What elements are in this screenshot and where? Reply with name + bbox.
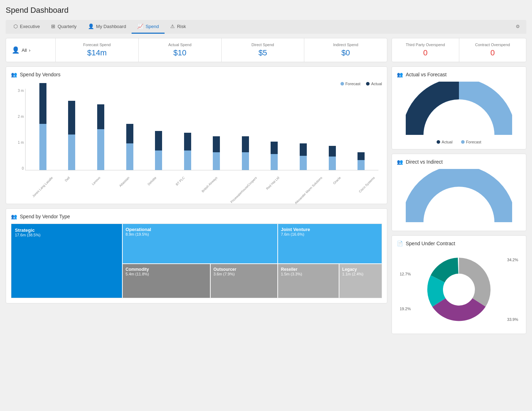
- forecast-spend-label: Forecast Spend: [61, 43, 133, 47]
- bar-chart-legend: Forecast Actual: [25, 82, 382, 86]
- vendor-type-icon: 👥: [11, 214, 17, 219]
- direct-indirect-icon: 👥: [397, 159, 403, 165]
- pie-label-127: 12.7%: [400, 272, 411, 276]
- bar-group-2: [86, 89, 115, 170]
- forecast-spend-value: $14m: [61, 48, 133, 57]
- all-filter[interactable]: 👤 All ›: [6, 38, 56, 62]
- indirect-spend-label: Indirect Spend: [310, 43, 381, 47]
- pie-label-339: 33.9%: [507, 317, 518, 322]
- commodity-value: 5.4m (11.8%): [126, 272, 207, 276]
- treemap-commodity[interactable]: Commodity 5.4m (11.8%): [123, 264, 211, 298]
- bar-group-1: [57, 89, 87, 170]
- legacy-value: 1.1m (2.4%): [342, 272, 379, 276]
- bar-actual-10: [329, 146, 336, 157]
- indirect-spend-value: $0: [310, 48, 381, 57]
- direct-vs-indirect-title: 👥 Direct vs Indirect: [397, 159, 521, 165]
- legacy-name: Legacy: [342, 267, 379, 272]
- bar-group-4: [144, 89, 173, 170]
- bar-group-5: [173, 89, 202, 170]
- direct-vs-indirect-svg: [406, 169, 512, 226]
- direct-vs-indirect-card: 👥 Direct vs Indirect: [392, 154, 526, 231]
- forecast-spend-item: Forecast Spend $14m: [56, 38, 139, 62]
- gear-icon: ⚙: [516, 24, 520, 29]
- y-label-1m: 1 m: [11, 141, 24, 144]
- treemap-strategic[interactable]: Strategic 17.6m (38.5%): [11, 224, 123, 298]
- direct-spend-value: $5: [227, 48, 299, 57]
- tab-risk[interactable]: ⚠ Risk: [165, 20, 192, 34]
- bar-chart-x-labels: Jones Lang LasalleDellLenovoAtlassianDel…: [25, 171, 378, 199]
- third-party-overspend-label: Third Party Overspend: [398, 43, 453, 47]
- bar-actual-8: [271, 142, 278, 154]
- actual-vs-forecast-chart: Actual Forecast: [397, 82, 521, 144]
- operational-name: Operational: [126, 227, 275, 232]
- operational-value: 8.9m (19.5%): [126, 232, 275, 236]
- indirect-spend-item: Indirect Spend $0: [304, 38, 387, 62]
- treemap-middle: Operational 8.9m (19.5%) Commodity 5.4m …: [123, 224, 278, 298]
- reseller-name: Reseller: [281, 267, 336, 272]
- legend-forecast-avf: Forecast: [461, 140, 481, 144]
- bar-group-7: [231, 89, 260, 170]
- tab-spend[interactable]: 📈 Spend: [132, 20, 165, 34]
- chevron-right-icon: ›: [29, 48, 30, 53]
- page-title: Spend Dashboard: [6, 6, 526, 15]
- quarterly-icon: ⊞: [51, 23, 55, 29]
- pie-label-342: 34.2%: [507, 258, 518, 262]
- tab-my-dashboard[interactable]: 👤 My Dashboard: [82, 20, 132, 34]
- bar-label-11: Cisco Systems: [358, 176, 391, 209]
- bar-group-11: [347, 89, 376, 170]
- legend-actual: Actual: [366, 82, 382, 86]
- spend-by-vendor-type-title: 👥 Spend by Vendor Type: [11, 214, 382, 219]
- actual-spend-value: $10: [144, 48, 216, 57]
- pie-chart-svg: [420, 254, 498, 325]
- treemap-outsourcer[interactable]: Outsourcer 3.6m (7.9%): [211, 264, 278, 298]
- bar-group-6: [202, 89, 231, 170]
- bar-group-10: [318, 89, 347, 170]
- spend-by-vendor-type-card: 👥 Spend by Vendor Type Strategic 17.6m (…: [6, 208, 387, 303]
- bar-actual-3: [126, 124, 133, 143]
- treemap-operational[interactable]: Operational 8.9m (19.5%): [123, 224, 278, 264]
- bar-actual-6: [213, 136, 220, 152]
- actual-spend-item: Actual Spend $10: [139, 38, 222, 62]
- spend-icon: 📈: [137, 23, 143, 29]
- settings-button[interactable]: ⚙: [511, 20, 524, 34]
- person-icon: 👤: [12, 46, 20, 54]
- bar-group-8: [260, 89, 289, 170]
- bar-forecast-4: [155, 150, 162, 170]
- bar-forecast-5: [184, 150, 191, 170]
- third-party-overspend-value: 0: [398, 48, 453, 57]
- outsourcer-value: 3.6m (7.9%): [214, 272, 275, 276]
- treemap-legacy[interactable]: Legacy 1.1m (2.4%): [339, 264, 382, 298]
- bar-forecast-0: [39, 124, 46, 170]
- spend-by-vendors-title: 👥 Spend by Vendors: [11, 72, 382, 77]
- bar-actual-1: [68, 101, 75, 135]
- treemap-right: Joint Venture 7.6m (16.6%) Reseller 1.5m…: [278, 224, 382, 298]
- forecast-dot: [340, 82, 344, 86]
- treemap-bottom-right: Reseller 1.5m (3.3%) Legacy 1.1m (2.4%): [278, 264, 382, 298]
- bar-forecast-2: [97, 129, 104, 170]
- bar-group-9: [289, 89, 318, 170]
- strategic-name: Strategic: [15, 228, 118, 233]
- actual-vs-forecast-icon: 👥: [397, 72, 403, 77]
- tab-executive[interactable]: ⬡ Executive: [8, 20, 45, 34]
- bar-actual-4: [155, 131, 162, 150]
- tab-quarterly[interactable]: ⊞ Quarterly: [45, 20, 82, 34]
- treemap[interactable]: Strategic 17.6m (38.5%) Operational 8.9m…: [11, 224, 382, 298]
- risk-icon: ⚠: [170, 23, 175, 29]
- treemap-reseller[interactable]: Reseller 1.5m (3.3%): [278, 264, 339, 298]
- actual-vs-forecast-legend: Actual Forecast: [437, 140, 481, 144]
- spend-under-contract-title: 📄 Spend Under Contract: [397, 241, 521, 246]
- contract-overspend-item: Contract Overspend 0: [459, 38, 526, 62]
- bar-forecast-10: [329, 157, 336, 170]
- pie-label-192: 19.2%: [400, 307, 411, 311]
- third-party-overspend-item: Third Party Overspend 0: [392, 38, 459, 62]
- bar-forecast-11: [358, 160, 365, 170]
- pie-chart-container: 34.2% 33.9% 19.2% 12.7%: [397, 251, 521, 329]
- actual-vs-forecast-card: 👥 Actual vs Forecast: [392, 66, 526, 149]
- y-label-2m: 2 m: [11, 115, 24, 119]
- y-label-3m: 3 m: [11, 89, 24, 93]
- bar-forecast-9: [300, 156, 307, 170]
- treemap-joint-venture[interactable]: Joint Venture 7.6m (16.6%): [278, 224, 382, 264]
- executive-icon: ⬡: [13, 23, 18, 29]
- commodity-name: Commodity: [126, 267, 207, 272]
- legend-forecast: Forecast: [340, 82, 361, 86]
